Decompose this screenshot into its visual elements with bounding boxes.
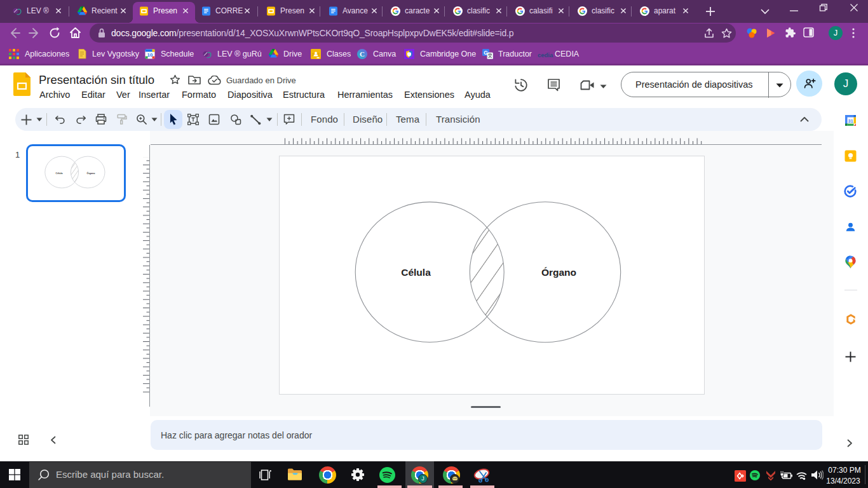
svg-text:10: 10 [147,52,153,58]
svg-text:31: 31 [848,118,853,124]
svg-text:Célula: Célula [401,267,431,278]
svg-text:Órgano: Órgano [87,172,96,175]
svg-text:C: C [360,50,365,58]
svg-text:Órgano: Órgano [541,267,576,278]
svg-text:Célula: Célula [56,172,64,175]
